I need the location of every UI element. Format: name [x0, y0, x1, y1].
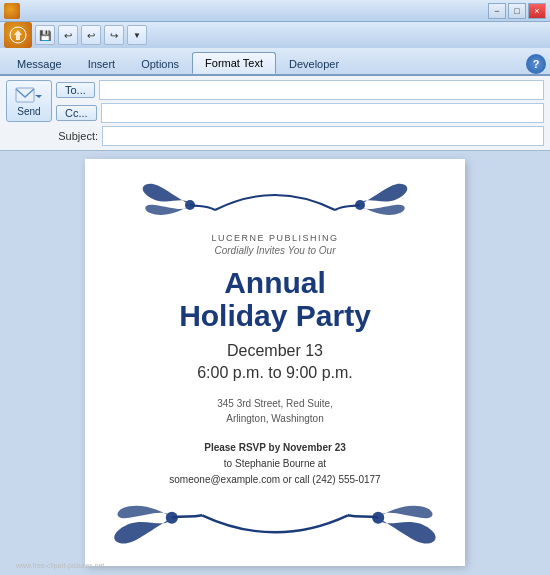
to-input[interactable] — [99, 80, 544, 100]
subject-row: Subject: — [56, 126, 544, 146]
email-form-area: Send To... Cc... Subject: — [0, 76, 550, 151]
svg-rect-1 — [16, 88, 34, 102]
title-bar-controls: − □ × — [488, 3, 546, 19]
tab-format-text[interactable]: Format Text — [192, 52, 276, 74]
help-button[interactable]: ? — [526, 54, 546, 74]
ribbon: Message Insert Options Format Text Devel… — [0, 48, 550, 76]
event-date: December 13 — [227, 342, 323, 360]
tab-developer[interactable]: Developer — [276, 53, 352, 74]
top-decoration — [105, 175, 445, 225]
save-button[interactable]: 💾 — [35, 25, 55, 45]
subject-input[interactable] — [102, 126, 544, 146]
title-bar: − □ × — [0, 0, 550, 22]
cc-row: Cc... — [56, 103, 544, 123]
content-area: LUCERNE PUBLISHING Cordially Invites You… — [0, 151, 550, 575]
bottom-decoration — [105, 496, 445, 546]
cc-button[interactable]: Cc... — [56, 105, 97, 121]
tab-message[interactable]: Message — [4, 53, 75, 74]
send-icon — [15, 85, 43, 105]
cc-input[interactable] — [101, 103, 544, 123]
send-label: Send — [17, 106, 40, 117]
subject-label: Subject: — [56, 130, 102, 142]
cordially-text: Cordially Invites You to Our — [215, 245, 336, 256]
office-logo — [4, 3, 20, 19]
rsvp-text: Please RSVP by November 23 to Stephanie … — [169, 440, 380, 488]
send-button[interactable]: Send — [6, 80, 52, 122]
more-qa-button[interactable]: ▼ — [127, 25, 147, 45]
quick-access-toolbar: 💾 ↩ ↩ ↪ ▼ — [0, 22, 550, 48]
watermark: www.free-clipart-pictures.net — [16, 562, 104, 569]
svg-marker-2 — [35, 92, 42, 98]
close-btn[interactable]: × — [528, 3, 546, 19]
tab-options[interactable]: Options — [128, 53, 192, 74]
office-button[interactable] — [4, 22, 32, 48]
to-row: To... — [56, 80, 544, 100]
invitation-card: LUCERNE PUBLISHING Cordially Invites You… — [85, 159, 465, 566]
maximize-btn[interactable]: □ — [508, 3, 526, 19]
undo2-button[interactable]: ↩ — [81, 25, 101, 45]
undo-button[interactable]: ↩ — [58, 25, 78, 45]
to-button[interactable]: To... — [56, 82, 95, 98]
event-title: Annual Holiday Party — [179, 266, 371, 332]
company-name: LUCERNE PUBLISHING — [211, 233, 338, 243]
minimize-btn[interactable]: − — [488, 3, 506, 19]
tab-insert[interactable]: Insert — [75, 53, 129, 74]
email-fields: To... Cc... Subject: — [56, 80, 544, 146]
event-address: 345 3rd Street, Red Suite, Arlington, Wa… — [217, 396, 333, 426]
office-icon — [9, 26, 27, 44]
event-time: 6:00 p.m. to 9:00 p.m. — [197, 364, 353, 382]
redo-button[interactable]: ↪ — [104, 25, 124, 45]
